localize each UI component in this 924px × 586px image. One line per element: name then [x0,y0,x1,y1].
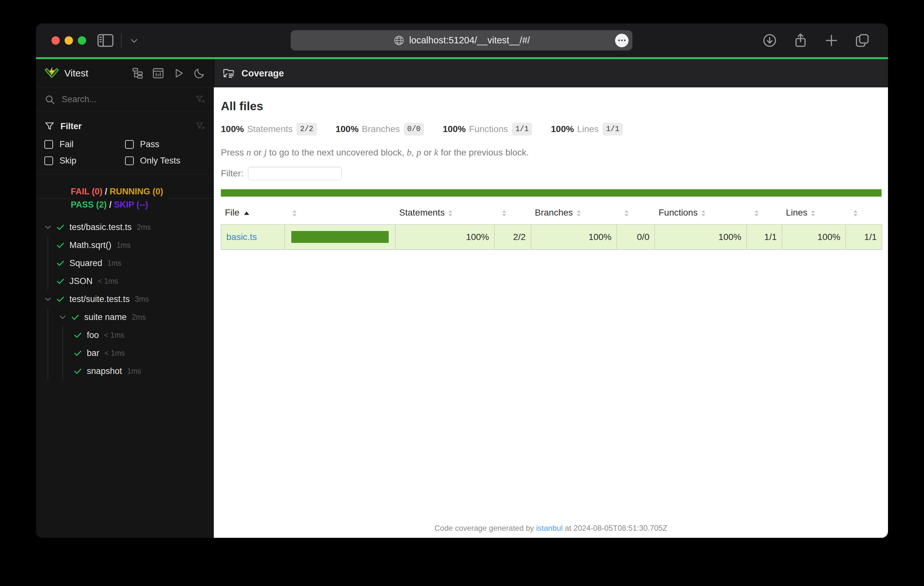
test-duration: < 1ms [104,349,125,357]
pass-check-icon [56,240,65,250]
stat-lines: 100% Lines 1/1 [551,123,623,136]
pass-check-icon [56,258,65,268]
sidebar-toggle-icon[interactable] [97,33,114,48]
tree-file-basic[interactable]: test/basic.test.ts 2ms [36,218,214,236]
globe-icon [393,35,405,46]
clear-filter-icon[interactable] [195,121,205,132]
column-header-lines-raw[interactable] [846,201,882,225]
statements-pct-cell: 100% [396,225,495,250]
chevron-down-icon[interactable] [129,35,140,46]
column-header-statements[interactable]: Statements [396,201,495,225]
pass-check-icon [56,277,65,286]
checkbox-only-tests[interactable] [125,156,134,165]
chevron-down-icon[interactable] [44,223,52,231]
istanbul-link[interactable]: istanbul [536,523,563,532]
table-row: basic.ts 100% 2/2 100% 0/0 100% 1/1 100%… [221,225,882,250]
column-header-branches-raw[interactable] [617,201,655,225]
tree-test-foo[interactable]: foo < 1ms [36,326,214,344]
chevron-down-icon[interactable] [44,295,52,303]
tree-file-suite[interactable]: test/suite.test.ts 3ms [36,290,214,308]
branches-ratio-cell: 0/0 [617,225,655,250]
tree-suite-name[interactable]: suite name 2ms [36,308,214,326]
sorter-icon [577,210,581,217]
tree-test-bar[interactable]: bar < 1ms [36,344,214,362]
column-header-functions-raw[interactable] [747,201,782,225]
sorter-icon [701,210,705,217]
test-duration: < 1ms [104,331,124,339]
minimize-window-button[interactable] [64,36,73,44]
tree-view-icon[interactable] [132,67,144,79]
stat-ratio-badge: 2/2 [297,123,317,136]
chevron-down-icon[interactable] [58,313,67,321]
column-header-functions[interactable]: Functions [655,201,747,225]
lines-pct-cell: 100% [782,225,846,250]
sorter-icon [854,210,858,217]
stat-branches: 100% Branches 0/0 [336,123,424,136]
dark-mode-icon[interactable] [193,67,205,79]
coverage-bar-fill [291,231,389,243]
summary-stats: 100% Statements 2/2 100% Branches 0/0 10… [221,123,881,136]
checkbox-pass[interactable] [125,140,134,149]
sorter-icon [625,210,629,217]
sort-ascending-icon [244,211,249,215]
vitest-logo [45,66,59,81]
vitest-sidebar: Vitest [36,59,214,538]
downloads-icon[interactable] [762,33,777,48]
sorter-icon [449,210,452,217]
filter-section: Filter Fail Pass [36,112,214,174]
tree-test-snapshot[interactable]: snapshot 1ms [36,362,214,380]
filter-option-skip[interactable]: Skip [45,156,125,166]
filter-option-fail[interactable]: Fail [45,140,125,150]
coverage-filter-input[interactable] [248,167,342,180]
stat-ratio-badge: 1/1 [512,123,532,136]
filter-option-only-tests[interactable]: Only Tests [125,156,206,166]
run-all-icon[interactable] [173,67,185,79]
column-header-branches[interactable]: Branches [531,201,617,225]
column-header-file-bar[interactable] [285,201,396,225]
pass-check-icon [73,331,82,339]
coverage-bar-cell [285,225,396,250]
column-header-statements-raw[interactable] [495,201,531,225]
sorter-icon [754,210,759,217]
coverage-panel: Coverage All files 100% Statements 2/2 1… [214,59,888,538]
close-window-button[interactable] [51,36,60,44]
search-input[interactable]: Search... [62,94,189,104]
test-duration: < 1ms [98,277,118,286]
branches-pct-cell: 100% [531,225,617,250]
pass-check-icon [73,349,82,357]
new-tab-icon[interactable] [824,33,839,48]
test-duration: 1ms [127,367,141,375]
dashboard-icon[interactable] [152,67,164,79]
filter-option-pass[interactable]: Pass [125,140,206,150]
tab-overview-icon[interactable] [855,33,870,48]
page-title: Coverage [241,68,284,79]
statements-ratio-cell: 2/2 [495,225,531,250]
pass-check-icon [56,223,65,232]
browser-titlebar: localhost:51204/__vitest__/#/ [36,23,888,57]
coverage-table: File Statements Branches Functions Lines [221,201,882,250]
sidebar-header: Vitest [36,59,214,87]
coverage-header: Coverage [214,59,888,87]
pass-check-icon [56,295,65,304]
checkbox-skip[interactable] [45,156,53,165]
tree-test-json[interactable]: JSON < 1ms [36,272,214,290]
pass-check-icon [71,313,80,322]
sorter-icon [292,210,297,217]
filter-icon [45,121,54,132]
column-header-lines[interactable]: Lines [782,201,846,225]
tree-test-squared[interactable]: Squared 1ms [36,254,214,272]
keyboard-hint: Press n or j to go to the next uncovered… [221,147,881,158]
address-bar[interactable]: localhost:51204/__vitest__/#/ [290,30,632,51]
coverage-report: All files 100% Statements 2/2 100% Branc… [214,87,888,538]
share-icon[interactable] [793,33,808,48]
zoom-window-button[interactable] [78,36,86,44]
checkbox-fail[interactable] [45,140,53,149]
file-link[interactable]: basic.ts [226,232,257,242]
column-header-file[interactable]: File [221,201,285,225]
page-settings-button[interactable] [615,34,629,47]
test-duration: 1ms [107,259,121,268]
report-heading: All files [221,100,881,113]
clear-search-filter-icon[interactable] [195,94,205,105]
tree-test-mathsqrt[interactable]: Math.sqrt() 1ms [36,236,214,254]
sidebar-search[interactable]: Search... [36,87,214,112]
